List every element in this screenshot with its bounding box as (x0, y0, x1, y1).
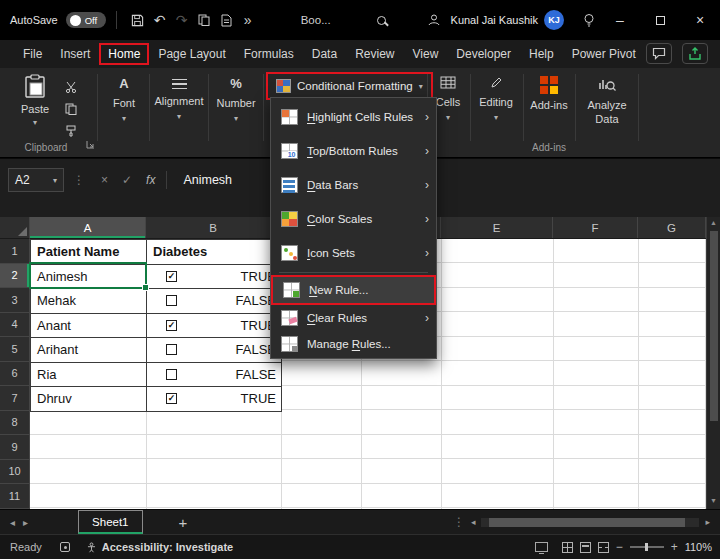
zoom-level[interactable]: 110% (685, 541, 712, 553)
tab-data[interactable]: Data (303, 43, 346, 65)
row-header-6[interactable]: 6 (0, 362, 30, 387)
display-settings-icon[interactable] (535, 542, 548, 552)
column-header-e[interactable]: E (441, 217, 553, 238)
comments-button[interactable] (646, 43, 672, 64)
close-button[interactable]: × (680, 0, 720, 40)
normal-view-icon[interactable] (562, 542, 573, 553)
sheet-prev-icon[interactable]: ◂ (10, 517, 15, 528)
copy-button[interactable] (60, 100, 82, 118)
row-header-5[interactable]: 5 (0, 337, 30, 362)
page-layout-view-icon[interactable] (580, 542, 591, 553)
cell-a1[interactable]: Patient Name (31, 240, 147, 265)
menu-item-new-rule[interactable]: New Rule... (271, 275, 436, 305)
tab-developer[interactable]: Developer (447, 43, 520, 65)
share-button[interactable] (682, 43, 708, 64)
page-break-preview-icon[interactable] (598, 542, 609, 553)
tab-page-layout[interactable]: Page Layout (149, 43, 234, 65)
cell-b1[interactable]: Diabetes (147, 240, 282, 265)
diabetes-checkbox[interactable] (166, 295, 177, 306)
select-all-button[interactable] (0, 217, 30, 239)
tab-help[interactable]: Help (520, 43, 563, 65)
vertical-scrollbar-thumb[interactable] (710, 231, 718, 421)
cell-a5[interactable]: Arihant (31, 338, 147, 363)
formula-input[interactable]: Animesh (183, 173, 232, 187)
addins-button[interactable]: Add-ins (524, 76, 574, 111)
copy-icon[interactable] (193, 7, 215, 33)
column-header-a[interactable]: A (30, 217, 146, 238)
cell-a2[interactable]: Animesh (31, 265, 147, 290)
row-header-8[interactable]: 8 (0, 411, 30, 436)
cell-a7[interactable]: Dhruv (31, 387, 147, 412)
menu-item-data-bars[interactable]: Data Bars › (271, 168, 436, 202)
cell-b6[interactable]: FALSE (147, 363, 282, 388)
editing-group-button[interactable]: Editing ▾ (471, 76, 521, 122)
diabetes-checkbox[interactable] (166, 369, 177, 380)
more-commands-icon[interactable]: » (237, 7, 259, 33)
row-header-1[interactable]: 1 (0, 239, 30, 264)
account-icon[interactable] (423, 7, 445, 33)
font-group-button[interactable]: A Font ▾ (100, 76, 148, 123)
diabetes-checkbox[interactable]: ✓ (166, 271, 177, 282)
paste-button[interactable]: Paste ▾ (12, 74, 58, 127)
tab-insert[interactable]: Insert (51, 43, 99, 65)
search-icon[interactable] (371, 7, 393, 33)
diabetes-checkbox[interactable]: ✓ (166, 320, 177, 331)
lightbulb-icon[interactable] (578, 7, 600, 33)
row-header-4[interactable]: 4 (0, 313, 30, 338)
alignment-group-button[interactable]: Alignment ▾ (150, 76, 208, 121)
tab-power-pivot[interactable]: Power Pivot (563, 43, 645, 65)
number-group-button[interactable]: % Number ▾ (209, 76, 263, 123)
sheet-next-icon[interactable]: ▸ (23, 517, 28, 528)
cell-a6[interactable]: Ria (31, 363, 147, 388)
vertical-scrollbar[interactable]: ▲ ▼ (706, 217, 720, 509)
save-icon[interactable] (127, 7, 149, 33)
row-header-11[interactable]: 11 (0, 484, 30, 509)
user-avatar[interactable]: KJ (544, 10, 564, 30)
column-header-g[interactable]: G (638, 217, 706, 238)
column-header-b[interactable]: B (146, 217, 281, 238)
conditional-formatting-button[interactable]: Conditional Formatting ▾ (266, 72, 433, 100)
scroll-right-icon[interactable]: ▸ (705, 517, 710, 527)
sheet-tab-sheet1[interactable]: Sheet1 (78, 510, 142, 534)
zoom-in-icon[interactable]: + (671, 540, 678, 554)
cell-b5[interactable]: FALSE (147, 338, 282, 363)
minimize-button[interactable]: – (600, 0, 640, 40)
row-header-2[interactable]: 2 (0, 264, 30, 289)
scroll-down-icon[interactable]: ▼ (710, 495, 717, 507)
diabetes-checkbox[interactable] (166, 344, 177, 355)
column-header-f[interactable]: F (553, 217, 638, 238)
scroll-left-icon[interactable]: ◂ (471, 517, 476, 527)
cut-button[interactable] (60, 78, 82, 96)
accessibility-status[interactable]: Accessibility: Investigate (86, 541, 233, 553)
format-painter-button[interactable] (60, 122, 82, 140)
menu-item-manage-rules[interactable]: Manage Rules... (271, 331, 436, 357)
diabetes-checkbox[interactable]: ✓ (166, 393, 177, 404)
add-sheet-button[interactable]: + (179, 514, 188, 531)
insert-function-icon[interactable]: fx (146, 173, 155, 187)
tab-file[interactable]: File (14, 43, 51, 65)
scroll-up-icon[interactable]: ▲ (710, 217, 717, 229)
tab-home[interactable]: Home (99, 43, 149, 65)
maximize-button[interactable] (640, 0, 680, 40)
row-header-10[interactable]: 10 (0, 460, 30, 485)
menu-item-icon-sets[interactable]: Icon Sets › (271, 236, 436, 270)
cell-b4[interactable]: ✓ TRUE (147, 314, 282, 339)
record-macro-icon[interactable] (60, 542, 70, 552)
row-header-7[interactable]: 7 (0, 386, 30, 411)
zoom-slider[interactable] (630, 546, 664, 548)
zoom-out-icon[interactable]: − (616, 540, 623, 554)
tab-formulas[interactable]: Formulas (235, 43, 303, 65)
workbook-title[interactable]: Boo... (301, 14, 331, 26)
tab-review[interactable]: Review (346, 43, 403, 65)
analyze-data-button[interactable]: AnalyzeData (578, 76, 636, 127)
cell-a3[interactable]: Mehak (31, 289, 147, 314)
user-name[interactable]: Kunal Jai Kaushik (451, 14, 538, 26)
horizontal-scrollbar-thumb[interactable] (489, 518, 685, 527)
menu-item-clear-rules[interactable]: Clear Rules › (271, 305, 436, 331)
undo-icon[interactable]: ↶ (149, 7, 171, 33)
cell-b3[interactable]: FALSE (147, 289, 282, 314)
autosave-toggle[interactable]: Off (66, 12, 106, 28)
row-header-3[interactable]: 3 (0, 288, 30, 313)
row-header-9[interactable]: 9 (0, 435, 30, 460)
horizontal-scrollbar[interactable] (481, 518, 699, 527)
